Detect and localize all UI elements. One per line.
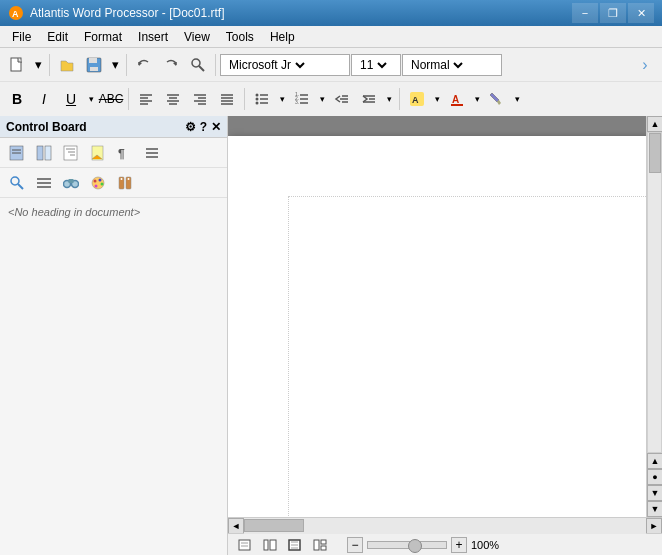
font-selector[interactable]: Microsoft Jr [220,54,350,76]
numbered-list-button[interactable]: 1.2.3. [289,86,315,112]
highlight-dropdown[interactable]: ▾ [431,86,443,112]
svg-point-78 [128,178,130,180]
font-size-selector[interactable]: 11 [351,54,401,76]
scroll-up-button[interactable]: ▲ [647,116,662,132]
scroll-down-button[interactable]: ▼ [647,501,662,517]
cb-bookmark-button[interactable] [85,140,111,166]
svg-rect-89 [321,540,326,544]
undo-button[interactable] [131,52,157,78]
save-dropdown-button[interactable]: ▾ [108,52,122,78]
font-color-dropdown[interactable]: ▾ [471,86,483,112]
hscroll-thumb[interactable] [244,519,304,532]
bullet-list-dropdown[interactable]: ▾ [276,86,288,112]
svg-rect-79 [239,540,250,550]
cb-doc-view-button[interactable] [4,140,30,166]
page-view-btn4[interactable] [309,536,331,554]
cb-format-button[interactable]: ¶ [112,140,138,166]
indent-decrease-button[interactable] [329,86,355,112]
page-view-btn1[interactable] [234,536,256,554]
scroll-nav-mid-button[interactable]: ● [647,469,662,485]
svg-point-28 [256,98,259,101]
menu-insert[interactable]: Insert [130,27,176,47]
zoom-plus-button[interactable]: + [451,537,467,553]
minimize-button[interactable]: − [572,3,598,23]
cb-search-button[interactable] [4,170,30,196]
align-center-button[interactable] [160,86,186,112]
toolbar-expand-button[interactable]: › [632,52,658,78]
align-left-button[interactable] [133,86,159,112]
sep3 [215,54,216,76]
style-selector[interactable]: Normal [402,54,502,76]
find-button[interactable] [185,52,211,78]
page-view-btn3[interactable] [284,536,306,554]
font-color-button[interactable]: A [444,86,470,112]
cb-palette-button[interactable] [85,170,111,196]
zoom-track[interactable] [367,541,447,549]
highlight-button[interactable]: A [404,86,430,112]
restore-button[interactable]: ❐ [600,3,626,23]
title-bar: A Atlantis Word Processor - [Doc01.rtf] … [0,0,662,26]
svg-text:A: A [12,9,19,19]
menu-tools[interactable]: Tools [218,27,262,47]
menu-view[interactable]: View [176,27,218,47]
page-view-btn2[interactable] [259,536,281,554]
underline-dropdown[interactable]: ▾ [85,86,97,112]
underline-button[interactable]: U [58,86,84,112]
cb-settings-icon[interactable]: ⚙ [185,120,196,134]
close-button[interactable]: ✕ [628,3,654,23]
sep4 [128,88,129,110]
control-board-title: Control Board [6,120,185,134]
bold-button[interactable]: B [4,86,30,112]
menu-format[interactable]: Format [76,27,130,47]
cb-outline-button[interactable] [58,140,84,166]
svg-rect-5 [90,67,98,71]
zoom-thumb[interactable] [408,539,422,553]
cb-binoculars-button[interactable] [58,170,84,196]
cb-clips-button[interactable] [112,170,138,196]
open-button[interactable] [54,52,80,78]
font-select[interactable]: Microsoft Jr [225,57,308,73]
svg-rect-88 [314,540,319,550]
menu-help[interactable]: Help [262,27,303,47]
scroll-nav-up-button[interactable]: ▲ [647,453,662,469]
cb-doc-list-button[interactable] [31,140,57,166]
align-justify-button[interactable] [214,86,240,112]
svg-point-71 [94,179,97,182]
menu-edit[interactable]: Edit [39,27,76,47]
cb-close-icon[interactable]: ✕ [211,120,221,134]
cb-help-icon[interactable]: ? [200,120,207,134]
font-size-select[interactable]: 11 [356,57,390,73]
hscroll-track[interactable] [244,518,646,534]
app-icon: A [8,5,24,21]
redo-button[interactable] [158,52,184,78]
cb-list-view-button[interactable] [31,170,57,196]
scroll-track[interactable] [647,132,662,453]
paint-button[interactable] [484,86,510,112]
paint-dropdown[interactable]: ▾ [511,86,523,112]
app-window: A Atlantis Word Processor - [Doc01.rtf] … [0,0,662,555]
hscroll-right-button[interactable]: ► [646,518,662,534]
align-right-button[interactable] [187,86,213,112]
new-button[interactable] [4,52,30,78]
italic-button[interactable]: I [31,86,57,112]
numbered-list-dropdown[interactable]: ▾ [316,86,328,112]
scroll-nav-arrows: ▲ ● ▼ ▼ [647,453,662,517]
scroll-nav-down-button[interactable]: ▼ [647,485,662,501]
bullet-list-button[interactable] [249,86,275,112]
style-select[interactable]: Normal [407,57,466,73]
cb-numbering-button[interactable] [139,140,165,166]
menu-file[interactable]: File [4,27,39,47]
cb-no-heading: <No heading in document> [0,198,227,226]
svg-rect-82 [264,540,268,550]
doc-scroll-area[interactable] [228,116,646,517]
control-board-header: Control Board ⚙ ? ✕ [0,116,227,138]
scroll-thumb[interactable] [649,133,661,173]
zoom-level: 100% [471,539,499,551]
hscroll-left-button[interactable]: ◄ [228,518,244,534]
strikethrough-button[interactable]: ABC [98,86,124,112]
save-button[interactable] [81,52,107,78]
indent-increase-button[interactable] [356,86,382,112]
new-dropdown-button[interactable]: ▾ [31,52,45,78]
zoom-minus-button[interactable]: − [347,537,363,553]
indent-dropdown[interactable]: ▾ [383,86,395,112]
